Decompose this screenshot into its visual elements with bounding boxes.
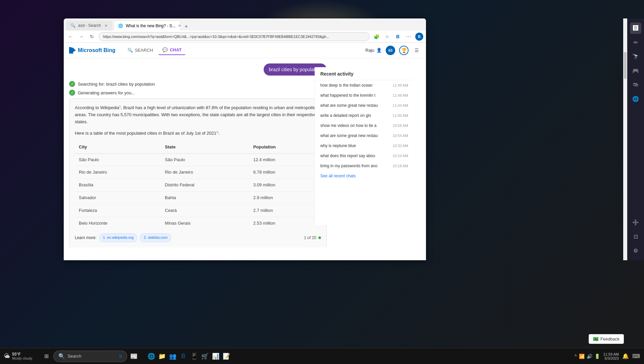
- chat-area: brazil cities by population ✓ Searching …: [64, 58, 332, 247]
- taskbar-widget-icon[interactable]: 📰: [129, 352, 139, 361]
- page-counter-text: 1 of 20: [304, 235, 316, 241]
- recent-item[interactable]: how deep is the indian ocean 11:49 AM: [315, 80, 414, 90]
- windows-button[interactable]: ⊞: [42, 352, 51, 361]
- notification-icon[interactable]: 🔔: [622, 353, 629, 359]
- taskbar-teams-icon[interactable]: 👥: [168, 352, 177, 361]
- weather-info: 55°F Mostly cloudy: [12, 352, 33, 360]
- sidebar-translate-icon[interactable]: 🌐: [630, 93, 641, 104]
- recent-item-text: show me videos on how to tie a: [320, 123, 381, 128]
- feedback-button[interactable]: 🇧🇷 Feedback: [589, 334, 624, 344]
- keyboard-icon[interactable]: ⌨: [632, 353, 640, 359]
- population-cell: 6.78 million: [249, 166, 321, 179]
- see-all-chats-link[interactable]: See all recent chats: [315, 171, 414, 181]
- bing-nav-right: Raju 👤 63 🏆 ☰: [365, 46, 421, 55]
- taskbar-bing-icon[interactable]: B: [179, 352, 188, 361]
- col-state: State: [161, 141, 249, 153]
- check-icon-2: ✓: [69, 90, 75, 96]
- new-tab-button[interactable]: +: [182, 22, 190, 31]
- taskbar-word-icon[interactable]: 📝: [222, 352, 231, 361]
- recent-item-time: 10:33 AM: [393, 144, 408, 148]
- taskbar-edge-icon[interactable]: 🌐: [147, 352, 156, 361]
- tab1-close-btn[interactable]: ✕: [104, 23, 108, 28]
- recent-item-text: what happened to the kremlin t: [320, 93, 381, 98]
- address-input[interactable]: [99, 32, 370, 41]
- taskbar-office-icon[interactable]: 📊: [211, 352, 220, 361]
- recent-item-text: write a detailed report on glo: [320, 113, 381, 118]
- taskbar-left: 🌥 55°F Mostly cloudy: [4, 352, 33, 360]
- population-cell: 2.9 million: [249, 192, 321, 204]
- recent-item[interactable]: bring in my passwords from ano 10:18 AM: [315, 161, 414, 171]
- network-icon[interactable]: 📶: [579, 354, 585, 359]
- recent-item-text: bring in my passwords from ano: [320, 164, 381, 168]
- recent-item[interactable]: write a detailed report on glo 11:00 AM: [315, 110, 414, 121]
- recent-item-text: why is neptune blue: [320, 143, 381, 148]
- taskbar: 🌥 55°F Mostly cloudy ⊞ 🔍 Search B 📰 🌐 📁 …: [0, 348, 644, 364]
- recent-item[interactable]: show me videos on how to tie a 10:58 AM: [315, 121, 414, 131]
- tab-2[interactable]: 🌐 What is the new Bing? - S... ✕: [114, 20, 181, 31]
- search-nav-link[interactable]: 🔍 SEARCH: [123, 45, 157, 55]
- points-value: 63: [388, 48, 392, 52]
- taskbar-file-icon[interactable]: 📁: [157, 352, 167, 361]
- points-badge: 63: [386, 46, 395, 55]
- recent-item[interactable]: what are some great new restau 11:44 AM: [315, 100, 414, 110]
- bing-logo: Microsoft Bing: [69, 47, 115, 54]
- favorites-button[interactable]: ☆: [383, 33, 391, 41]
- taskbar-search-text: Search: [68, 354, 82, 359]
- city-cell: Belo Horizonte: [75, 217, 161, 229]
- scrollbar-thumb[interactable]: [624, 52, 627, 79]
- source-link-2[interactable]: 2. statista.com: [140, 233, 171, 242]
- taskbar-search-bar[interactable]: 🔍 Search B: [53, 351, 127, 362]
- weather-widget: 🌥 55°F Mostly cloudy: [4, 352, 33, 360]
- table-colon: :: [218, 131, 219, 136]
- scrollbar-area: [623, 18, 627, 260]
- battery-icon[interactable]: 🔋: [594, 354, 600, 359]
- sidebar-expand-icon[interactable]: ⊡: [630, 231, 641, 242]
- system-time[interactable]: 11:59 AM 5/3/2023: [603, 352, 619, 360]
- taskbar-center: ⊞ 🔍 Search B 📰: [42, 351, 139, 362]
- chat-nav-link[interactable]: 💬 CHAT: [158, 45, 185, 55]
- population-cell: 12.4 million: [249, 153, 321, 166]
- tab2-close-btn[interactable]: ✕: [178, 24, 181, 28]
- city-cell: Rio de Janeiro: [75, 166, 161, 179]
- sidebar-bing-icon[interactable]: 🅱: [630, 22, 641, 34]
- bing-copilot-button[interactable]: B: [394, 33, 402, 41]
- sidebar-shopping-icon[interactable]: 🛍: [630, 79, 641, 90]
- recent-item-time: 11:00 AM: [393, 113, 408, 118]
- sidebar-games-icon[interactable]: 🎮: [630, 65, 641, 76]
- recent-item[interactable]: what happened to the kremlin t 11:48 AM: [315, 90, 414, 100]
- recent-item[interactable]: what are some great new restau 10:54 AM: [315, 131, 414, 141]
- check-icon-1: ✓: [69, 81, 75, 87]
- taskbar-apps-icon[interactable]: 📱: [190, 352, 199, 361]
- back-button[interactable]: ←: [66, 33, 74, 41]
- recent-item-text: how deep is the indian ocean: [320, 83, 381, 88]
- recent-item[interactable]: what does this report say abou 10:24 AM: [315, 151, 414, 161]
- tab-bar: 🔍 asd - Search ✕ 🌐 What is the new Bing?…: [64, 18, 426, 31]
- source-link-1[interactable]: 1. en.wikipedia.org: [99, 233, 138, 242]
- extensions-button[interactable]: 🧩: [372, 33, 380, 41]
- recent-item-text: what are some great new restau: [320, 133, 381, 138]
- recent-item-time: 11:48 AM: [393, 93, 408, 97]
- more-options-button[interactable]: ☰: [413, 46, 421, 54]
- forward-button[interactable]: →: [77, 33, 85, 41]
- sidebar-settings-icon[interactable]: ⚙: [630, 245, 641, 256]
- population-cell: 3.09 million: [249, 179, 321, 192]
- username: Raju: [365, 48, 374, 53]
- tab2-title: What is the new Bing? - S...: [126, 24, 175, 28]
- recent-item[interactable]: why is neptune blue 10:33 AM: [315, 141, 414, 151]
- state-cell: Ceará: [161, 204, 249, 217]
- refresh-button[interactable]: ↻: [88, 33, 96, 41]
- more-button[interactable]: ⋯: [405, 33, 413, 41]
- rewards-icon[interactable]: 🏆: [399, 46, 409, 55]
- recent-item-time: 11:49 AM: [393, 83, 408, 87]
- system-arrow-icon[interactable]: ^: [575, 354, 577, 359]
- recent-item-time: 10:58 AM: [393, 124, 408, 128]
- sidebar-discover-icon[interactable]: 🔭: [630, 51, 641, 62]
- recent-item-time: 10:24 AM: [393, 154, 408, 158]
- page-counter: 1 of 20: [304, 235, 321, 241]
- sidebar-compose-icon[interactable]: ✏: [630, 37, 641, 48]
- sidebar-add-icon[interactable]: ➕: [630, 217, 641, 228]
- volume-icon[interactable]: 🔊: [587, 354, 592, 359]
- taskbar-store-icon[interactable]: 🛒: [200, 352, 210, 361]
- answer-box: According to Wikipedia1, Brazil has a hi…: [69, 98, 327, 247]
- tab-1[interactable]: 🔍 asd - Search ✕: [66, 20, 112, 31]
